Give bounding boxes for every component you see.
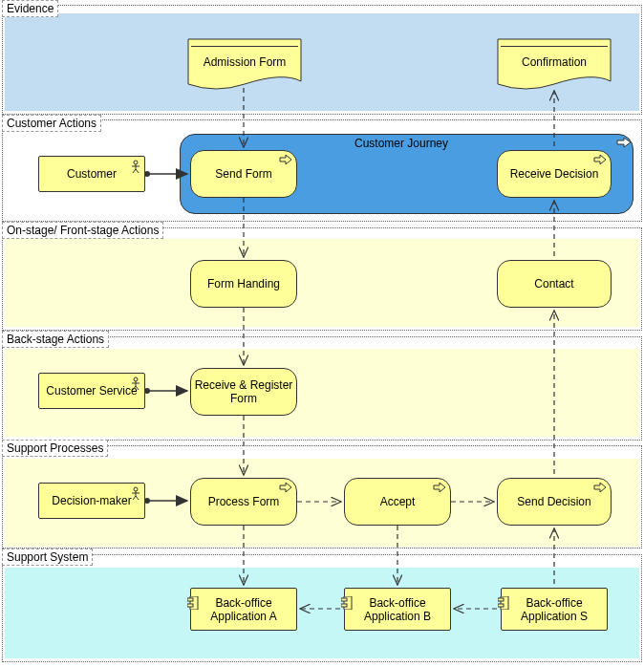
svg-point-0 xyxy=(134,161,138,164)
arrow-icon xyxy=(279,154,292,167)
arrow-icon xyxy=(433,482,446,495)
evidence-label: Evidence xyxy=(2,0,58,17)
svg-line-3 xyxy=(133,169,136,173)
app-a-label: Back-office Application A xyxy=(194,596,293,623)
accept-label: Accept xyxy=(380,495,416,508)
confirmation-label: Confirmation xyxy=(497,55,612,69)
support-system-label: Support System xyxy=(2,549,93,566)
receive-register-label: Receive & Register Form xyxy=(194,378,293,405)
contact-node[interactable]: Contact xyxy=(497,260,612,308)
process-form-node[interactable]: Process Form xyxy=(190,478,297,526)
person-icon xyxy=(131,486,140,503)
form-handing-node[interactable]: Form Handing xyxy=(190,260,297,308)
customer-journey-label: Customer Journey xyxy=(334,137,468,150)
support-processes-label: Support Processes xyxy=(2,440,108,457)
doc-tab-icon xyxy=(191,46,298,47)
svg-point-5 xyxy=(134,377,138,381)
arrow-icon xyxy=(593,482,607,495)
customer-label: Customer xyxy=(67,167,117,181)
send-form-node[interactable]: Send Form xyxy=(190,150,297,198)
app-b-node[interactable]: Back-office Application B xyxy=(344,588,451,631)
process-form-label: Process Form xyxy=(208,495,280,508)
svg-line-8 xyxy=(133,386,136,390)
component-icon xyxy=(187,596,199,613)
receive-decision-label: Receive Decision xyxy=(510,167,599,181)
send-decision-label: Send Decision xyxy=(517,495,590,508)
component-icon xyxy=(341,596,353,613)
svg-rect-22 xyxy=(498,598,504,601)
customer-service-label: Customer Service xyxy=(46,384,137,398)
contact-label: Contact xyxy=(534,277,573,290)
app-b-label: Back-office Application B xyxy=(348,596,447,623)
admission-form-doc[interactable]: Admission Form xyxy=(187,38,302,92)
svg-rect-19 xyxy=(341,598,347,601)
admission-form-label: Admission Form xyxy=(187,55,302,69)
app-s-node[interactable]: Back-office Application S xyxy=(501,588,608,631)
arrow-icon xyxy=(279,482,292,495)
decision-maker-label: Decision-maker xyxy=(52,494,131,507)
diagram-canvas: Evidence Customer Actions On-stage/ Fron… xyxy=(0,0,644,667)
customer-actions-label: Customer Actions xyxy=(2,115,101,132)
svg-rect-16 xyxy=(187,598,193,601)
front-stage-label: On-stage/ Front-stage Actions xyxy=(2,222,163,239)
svg-point-10 xyxy=(134,487,138,491)
svg-rect-17 xyxy=(187,604,193,607)
app-s-label: Back-office Application S xyxy=(504,596,604,623)
back-stage-label: Back-stage Actions xyxy=(2,331,109,348)
customer-node[interactable]: Customer xyxy=(38,156,145,192)
svg-rect-20 xyxy=(341,604,347,607)
doc-tab-icon xyxy=(501,46,608,47)
app-a-node[interactable]: Back-office Application A xyxy=(190,588,297,631)
customer-service-node[interactable]: Customer Service xyxy=(38,373,145,409)
accept-node[interactable]: Accept xyxy=(344,478,451,526)
receive-register-node[interactable]: Receive & Register Form xyxy=(190,368,297,416)
decision-maker-node[interactable]: Decision-maker xyxy=(38,483,145,519)
svg-line-14 xyxy=(136,496,139,500)
svg-line-4 xyxy=(136,169,139,173)
component-icon xyxy=(498,596,509,613)
svg-rect-23 xyxy=(498,604,504,607)
svg-line-13 xyxy=(133,496,136,500)
svg-line-9 xyxy=(136,386,139,390)
journey-arrow-icon xyxy=(616,138,632,152)
arrow-icon xyxy=(593,154,607,167)
person-icon xyxy=(131,377,140,393)
form-handing-label: Form Handing xyxy=(207,277,280,290)
receive-decision-node[interactable]: Receive Decision xyxy=(497,150,612,198)
send-decision-node[interactable]: Send Decision xyxy=(497,478,612,526)
person-icon xyxy=(131,160,140,176)
confirmation-doc[interactable]: Confirmation xyxy=(497,38,612,92)
send-form-label: Send Form xyxy=(215,167,271,181)
